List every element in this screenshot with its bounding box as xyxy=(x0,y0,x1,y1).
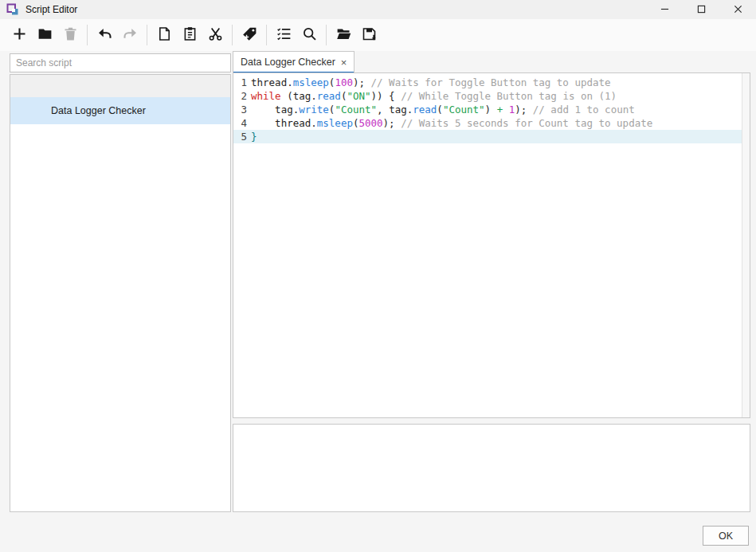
add-tag-button[interactable] xyxy=(238,24,260,46)
script-item-label: Data Logger Checker xyxy=(51,105,146,116)
script-list-item[interactable]: Data Logger Checker xyxy=(10,97,230,124)
sort-order-button[interactable] xyxy=(34,76,53,96)
paste-button[interactable] xyxy=(178,24,201,46)
redo-icon xyxy=(122,25,139,45)
title-bar: Script Editor xyxy=(0,0,756,19)
line-number: 3 xyxy=(237,103,247,116)
copy-icon xyxy=(156,25,173,45)
redo-button[interactable] xyxy=(119,24,141,46)
cut-button[interactable] xyxy=(204,24,226,46)
toolbar-separator xyxy=(232,25,233,45)
toolbar-separator xyxy=(87,25,88,45)
code-line[interactable]: 4 thread.msleep(5000); // Waits 5 second… xyxy=(233,116,750,130)
code-line[interactable]: 2while (tag.read("ON")) { // While Toggl… xyxy=(233,89,750,103)
add-tag-icon xyxy=(241,25,258,45)
add-icon xyxy=(11,25,28,45)
editor-scrollbar[interactable] xyxy=(742,73,750,417)
tab-label: Data Logger Checker xyxy=(241,57,335,68)
undo-button[interactable] xyxy=(93,24,116,46)
checklist-icon xyxy=(276,25,292,45)
sort-descending-button[interactable] xyxy=(15,76,34,96)
sort-descending-icon xyxy=(18,78,32,94)
line-number: 4 xyxy=(237,116,247,130)
maximize-icon xyxy=(697,4,706,16)
folder-icon xyxy=(37,25,53,45)
trash-icon xyxy=(62,25,79,45)
code-text: } xyxy=(251,130,257,143)
open-button[interactable] xyxy=(332,24,354,46)
script-list-toolbar xyxy=(10,75,230,97)
tab-data-logger-checker[interactable]: Data Logger Checker × xyxy=(233,51,354,72)
editor-tab-bar: Data Logger Checker × xyxy=(233,51,354,72)
paste-icon xyxy=(182,25,198,45)
window-controls xyxy=(646,0,756,19)
search-input[interactable] xyxy=(10,53,231,72)
line-number: 1 xyxy=(237,76,247,89)
script-list-panel: Data Logger Checker xyxy=(10,74,231,512)
tab-close-icon[interactable]: × xyxy=(341,57,347,69)
minimize-icon xyxy=(660,4,669,16)
code-text: tag.write("Count", tag.read("Count") + 1… xyxy=(251,103,635,116)
search-icon xyxy=(301,25,318,45)
undo-icon xyxy=(96,25,113,45)
close-button[interactable] xyxy=(719,0,756,19)
line-number: 5 xyxy=(237,130,247,143)
cut-icon xyxy=(207,25,224,45)
save-icon xyxy=(361,25,378,45)
main-toolbar xyxy=(0,19,756,51)
new-folder-button[interactable] xyxy=(33,24,56,46)
script-list: Data Logger Checker xyxy=(10,97,230,124)
delete-button[interactable] xyxy=(59,24,81,46)
toolbar-separator xyxy=(266,25,267,45)
code-editor[interactable]: 1thread.msleep(100); // Waits for Toggle… xyxy=(233,72,750,418)
save-button[interactable] xyxy=(358,24,380,46)
copy-button[interactable] xyxy=(153,24,175,46)
code-text: thread.msleep(5000); // Waits 5 seconds … xyxy=(251,116,652,130)
app-logo-icon xyxy=(6,3,19,16)
code-line[interactable]: 1thread.msleep(100); // Waits for Toggle… xyxy=(233,76,750,89)
search-button[interactable] xyxy=(298,24,320,46)
minimize-button[interactable] xyxy=(646,0,683,19)
script-file-icon xyxy=(32,104,51,119)
script-list-button[interactable] xyxy=(272,24,295,46)
code-line[interactable]: 3 tag.write("Count", tag.read("Count") +… xyxy=(233,103,750,116)
ok-button[interactable]: OK xyxy=(703,526,749,546)
line-number: 2 xyxy=(237,89,247,103)
add-script-button[interactable] xyxy=(8,24,30,46)
toolbar-separator xyxy=(147,25,147,45)
sort-up-down-icon xyxy=(37,78,51,94)
toolbar-separator xyxy=(326,25,327,45)
output-panel[interactable] xyxy=(233,424,750,512)
code-text: while (tag.read("ON")) { // While Toggle… xyxy=(251,89,617,103)
window-title: Script Editor xyxy=(25,4,77,15)
code-line[interactable]: 5} xyxy=(233,130,750,143)
maximize-button[interactable] xyxy=(683,0,719,19)
folder-open-icon xyxy=(335,25,352,45)
code-text: thread.msleep(100); // Waits for Toggle … xyxy=(251,76,611,89)
close-icon xyxy=(734,4,742,16)
